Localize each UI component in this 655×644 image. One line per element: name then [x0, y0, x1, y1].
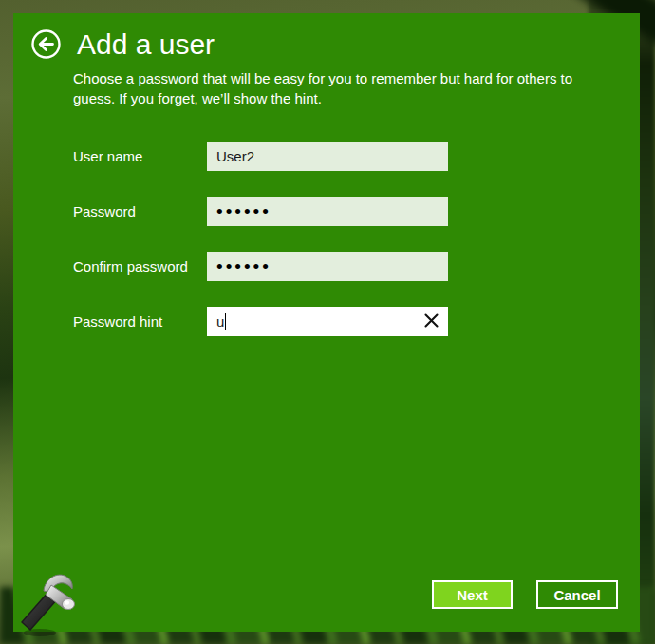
cancel-button[interactable]: Cancel: [536, 580, 618, 609]
confirm-password-label: Confirm password: [73, 258, 207, 275]
form-row-password: Password ••••••: [73, 197, 448, 226]
form-row-confirm-password: Confirm password ••••••: [73, 252, 448, 281]
add-user-form: User name User2 Password •••••• Confirm …: [73, 142, 448, 362]
password-hint-input[interactable]: u: [207, 307, 448, 336]
dialog-footer: Next Cancel: [432, 580, 618, 609]
password-masked-value: ••••••: [216, 197, 271, 226]
form-row-username: User name User2: [73, 142, 448, 171]
username-value: User2: [216, 142, 254, 171]
back-arrow-icon: [31, 29, 61, 59]
username-label: User name: [73, 148, 207, 164]
next-button[interactable]: Next: [432, 580, 513, 609]
add-user-dialog: Add a user Choose a password that will b…: [13, 13, 640, 632]
form-row-password-hint: Password hint u: [73, 307, 448, 336]
password-label: Password: [73, 203, 207, 219]
confirm-password-masked-value: ••••••: [216, 252, 271, 281]
dialog-header: Add a user: [31, 29, 215, 59]
back-button[interactable]: [31, 29, 61, 59]
password-hint-value: u: [216, 307, 224, 336]
text-caret: [225, 313, 226, 330]
page-title: Add a user: [77, 29, 215, 59]
confirm-password-input[interactable]: ••••••: [207, 252, 448, 281]
username-input[interactable]: User2: [207, 142, 448, 171]
password-hint-label: Password hint: [73, 313, 207, 330]
dialog-description: Choose a password that will be easy for …: [73, 68, 583, 108]
clear-x-icon: [424, 313, 439, 331]
hammer-cursor-icon: [15, 568, 84, 638]
password-input[interactable]: ••••••: [207, 197, 448, 226]
clear-text-button[interactable]: [420, 307, 442, 336]
